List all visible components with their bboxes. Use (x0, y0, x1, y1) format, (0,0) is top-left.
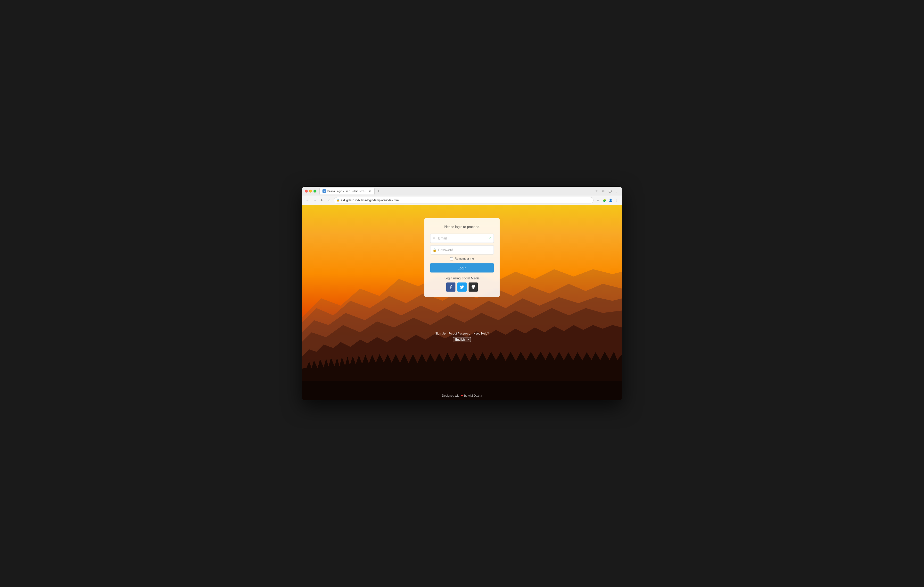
github-icon (471, 285, 475, 289)
forward-button[interactable]: → (312, 198, 317, 203)
email-icon: ✉ (432, 236, 435, 240)
extension-puzzle-icon[interactable]: 🧩 (602, 198, 607, 203)
password-input[interactable] (430, 245, 494, 255)
browser-toolbar-icons: ☆ ⚙ ◯ ⋮ (594, 189, 619, 193)
address-bar: ← → ↻ ⌂ 🔒 aldi.github.io/bulma-login-tem… (302, 195, 622, 205)
user-circle-icon[interactable]: 👤 (608, 198, 613, 203)
tab-bar: B Bulma Login - Free Bulma Tem… ✕ + (319, 188, 592, 195)
minimize-button[interactable] (309, 190, 312, 192)
lock-icon: 🔒 (337, 199, 340, 202)
title-bar: B Bulma Login - Free Bulma Tem… ✕ + ☆ ⚙ … (302, 187, 622, 195)
menu-icon[interactable]: ⋮ (614, 189, 619, 193)
language-dropdown[interactable]: English Français Deutsch Español (455, 338, 467, 341)
chevron-down-icon: ▾ (468, 338, 469, 341)
heart-icon: ❤ (461, 394, 464, 397)
maximize-button[interactable] (314, 190, 317, 192)
lock-field-icon: 🔒 (432, 248, 437, 252)
social-label: Login using Social Media (430, 276, 494, 280)
footer-suffix: by Aldi Duzha (464, 394, 482, 397)
home-button[interactable]: ⌂ (327, 198, 332, 203)
footer-prefix: Designed with (442, 394, 460, 397)
below-card-section: Sign Up Forgot Password Need Help? Engli… (435, 332, 489, 342)
footer: Designed with ❤ by Aldi Duzha (302, 394, 622, 397)
extensions-icon[interactable]: ⚙ (601, 189, 606, 193)
new-tab-button[interactable]: + (376, 188, 381, 194)
tab-title: Bulma Login - Free Bulma Tem… (327, 190, 366, 192)
address-bar-actions: ☆ 🧩 👤 ⋮ (596, 198, 619, 203)
need-help-link[interactable]: Need Help? (474, 332, 489, 335)
email-input-wrap: ✉ ✓ (430, 234, 494, 243)
forgot-password-link[interactable]: Forgot Password (449, 332, 470, 335)
twitter-login-button[interactable] (457, 283, 467, 292)
email-check-icon: ✓ (489, 236, 492, 240)
language-selector[interactable]: English Français Deutsch Español ▾ (453, 337, 471, 342)
bookmark-star-icon[interactable]: ☆ (596, 198, 600, 203)
active-tab[interactable]: B Bulma Login - Free Bulma Tem… ✕ (319, 188, 375, 195)
twitter-icon (460, 285, 464, 289)
card-title: Please login to proceed. (430, 225, 494, 229)
signup-link[interactable]: Sign Up (435, 332, 446, 335)
page-content: Please login to proceed. ✉ ✓ 🔒 Remember … (302, 205, 622, 400)
tab-close-button[interactable]: ✕ (368, 189, 371, 193)
github-login-button[interactable] (469, 283, 478, 292)
email-input[interactable] (430, 234, 494, 243)
svg-rect-6 (302, 381, 622, 400)
remember-me-row: Remember me (430, 257, 494, 261)
bookmark-icon[interactable]: ☆ (594, 189, 599, 193)
close-button[interactable] (305, 190, 308, 192)
address-bar-input[interactable]: 🔒 aldi.github.io/bulma-login-template/in… (334, 197, 594, 203)
password-input-wrap: 🔒 (430, 245, 494, 255)
more-options-icon[interactable]: ⋮ (614, 198, 619, 203)
facebook-icon (449, 285, 453, 289)
tab-favicon: B (322, 189, 326, 193)
facebook-login-button[interactable] (446, 283, 455, 292)
back-button[interactable]: ← (305, 198, 310, 203)
social-buttons (430, 283, 494, 292)
below-links: Sign Up Forgot Password Need Help? (435, 332, 489, 335)
account-icon[interactable]: ◯ (607, 189, 612, 193)
remember-label: Remember me (455, 257, 474, 261)
login-button[interactable]: Login (430, 263, 494, 273)
url-display: aldi.github.io/bulma-login-template/inde… (341, 198, 591, 202)
refresh-button[interactable]: ↻ (319, 198, 325, 203)
traffic-lights (305, 190, 317, 192)
browser-window: B Bulma Login - Free Bulma Tem… ✕ + ☆ ⚙ … (302, 187, 622, 400)
remember-checkbox[interactable] (450, 257, 453, 260)
